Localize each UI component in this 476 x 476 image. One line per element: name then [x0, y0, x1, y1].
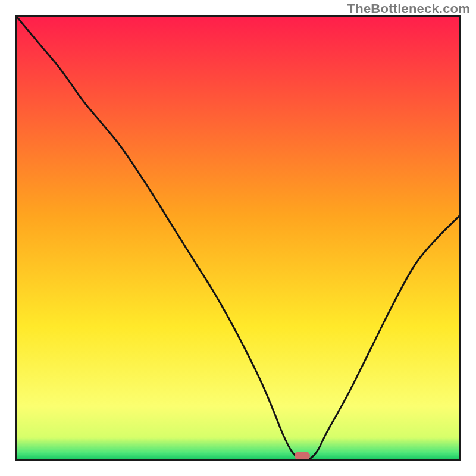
plot-area: [17, 17, 459, 459]
optimal-point-marker: [295, 452, 310, 459]
watermark-text: TheBottleneck.com: [347, 1, 470, 17]
chart-container: TheBottleneck.com: [0, 0, 476, 476]
bottleneck-curve: [17, 17, 459, 459]
